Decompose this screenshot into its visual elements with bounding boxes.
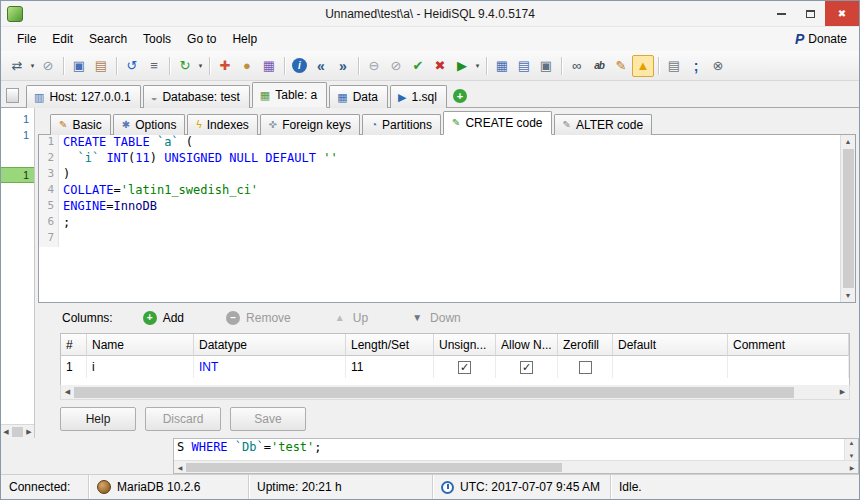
scroll-left-icon[interactable] <box>61 388 74 396</box>
menu-edit[interactable]: Edit <box>44 29 81 49</box>
highlight-button[interactable]: ▲ <box>632 55 654 77</box>
subtab-partitions[interactable]: ◔Partitions <box>362 114 441 135</box>
column-header-comment[interactable]: Comment <box>728 334 849 356</box>
tab-query[interactable]: ▶1.sql <box>390 85 447 108</box>
menu-search[interactable]: Search <box>81 29 135 49</box>
subtab-foreign-keys[interactable]: ✜Foreign keys <box>260 114 360 135</box>
exit-button[interactable]: ⊗ <box>707 55 729 77</box>
editor-vscrollbar[interactable] <box>840 135 855 302</box>
add-button[interactable]: +Add <box>143 311 184 325</box>
menu-file[interactable]: File <box>9 29 44 49</box>
menu-go-to[interactable]: Go to <box>179 29 224 49</box>
code-area[interactable]: 1CREATE TABLE `a` (2 `i` INT(11) UNSIGNE… <box>39 135 840 302</box>
subtab-create-code[interactable]: ✎CREATE code <box>443 111 552 135</box>
menu-tools[interactable]: Tools <box>135 29 179 49</box>
execute-dropdown[interactable]: ▾ <box>473 55 482 77</box>
scroll-up-icon[interactable] <box>849 440 855 446</box>
allow-null-checkbox[interactable] <box>520 361 533 374</box>
grid-hscrollbar[interactable] <box>60 385 850 400</box>
scroll-up-icon[interactable] <box>845 135 852 148</box>
tab-host[interactable]: ▥Host: 127.0.0.1 <box>26 85 141 108</box>
find-button[interactable]: ∞ <box>566 55 588 77</box>
scroll-right-icon[interactable] <box>836 388 849 396</box>
tree-item[interactable]: 1 <box>1 111 34 127</box>
zerofill-checkbox[interactable] <box>579 361 592 374</box>
column-header-name[interactable]: Name <box>87 334 194 356</box>
go-first-button[interactable]: « <box>310 55 332 77</box>
tree-item[interactable]: 1 <box>1 127 34 143</box>
minimize-button[interactable] <box>767 1 796 26</box>
tab-data[interactable]: ▦Data <box>329 85 388 108</box>
unsigned-checkbox[interactable] <box>458 361 471 374</box>
new-window-button[interactable]: ✚ <box>214 55 236 77</box>
info-button[interactable]: i <box>292 58 307 73</box>
macros-button[interactable]: ; <box>685 55 707 77</box>
collapse-panel-icon[interactable] <box>6 88 19 103</box>
save-button[interactable]: ▣ <box>535 55 557 77</box>
create-code-editor[interactable]: 1CREATE TABLE `a` (2 `i` INT(11) UNSIGNE… <box>38 135 856 303</box>
column-header-default[interactable]: Default <box>613 334 728 356</box>
tab-table[interactable]: ▦Table: a <box>252 82 327 108</box>
pause-button[interactable]: ⊖ <box>363 55 385 77</box>
menu-help[interactable]: Help <box>224 29 265 49</box>
session-manager-button[interactable]: ⇄ <box>6 55 28 77</box>
close-button[interactable]: ✖ <box>825 1 859 26</box>
cell-comment[interactable] <box>728 356 849 378</box>
maximize-button[interactable] <box>796 1 825 26</box>
rollback-button[interactable]: ✖ <box>429 55 451 77</box>
subtab-indexes[interactable]: ϟIndexes <box>187 114 257 135</box>
commit-button[interactable]: ✔ <box>407 55 429 77</box>
up-button[interactable]: ▲Up <box>333 311 368 325</box>
tab-database[interactable]: ◒Database: test <box>143 85 250 108</box>
scroll-thumb[interactable] <box>12 427 23 437</box>
down-button[interactable]: ▼Down <box>410 311 461 325</box>
cell-zerofill[interactable] <box>558 356 613 378</box>
export-grid-button[interactable]: ▤ <box>513 55 535 77</box>
subtab-alter-code[interactable]: ✎ALTER code <box>554 114 653 135</box>
save-button[interactable]: Save <box>230 407 306 431</box>
go-last-button[interactable]: » <box>332 55 354 77</box>
snippets-button[interactable]: ▤ <box>663 55 685 77</box>
cell-name[interactable]: i <box>87 356 194 378</box>
column-header-zerofill[interactable]: Zerofill <box>558 334 613 356</box>
replace-button[interactable]: ab <box>588 55 610 77</box>
cell-allow_null[interactable] <box>496 356 558 378</box>
undo-button[interactable]: ↺ <box>121 55 143 77</box>
help-button[interactable]: Help <box>60 407 136 431</box>
column-header-datatype[interactable]: Datatype <box>194 334 346 356</box>
subtab-options[interactable]: ✱Options <box>113 114 186 135</box>
copy-button[interactable]: ▣ <box>68 55 90 77</box>
new-query-tab-button[interactable] <box>453 89 467 103</box>
print-button[interactable]: ≡ <box>143 55 165 77</box>
execute-button[interactable]: ▶ <box>451 55 473 77</box>
edit-button[interactable]: ✎ <box>610 55 632 77</box>
paste-button[interactable]: ▤ <box>90 55 112 77</box>
scroll-left-icon[interactable] <box>1 428 11 436</box>
scroll-right-icon[interactable] <box>846 464 858 471</box>
cell-default_value[interactable] <box>613 356 728 378</box>
column-header-allow-n-[interactable]: Allow N... <box>496 334 558 356</box>
subtab-basic[interactable]: ✎Basic <box>50 114 111 135</box>
log-vscrollbar[interactable] <box>844 439 858 460</box>
column-header-unsign-[interactable]: Unsign... <box>434 334 496 356</box>
scroll-down-icon[interactable] <box>845 289 852 302</box>
tree-hscrollbar[interactable] <box>1 424 34 438</box>
session-manager-dropdown[interactable]: ▾ <box>28 55 37 77</box>
refresh-dropdown[interactable]: ▾ <box>196 55 205 77</box>
scroll-right-icon[interactable] <box>24 428 34 436</box>
scroll-left-icon[interactable] <box>174 464 186 471</box>
user-manager-button[interactable]: ● <box>236 55 258 77</box>
column-header-length-set[interactable]: Length/Set <box>346 334 434 356</box>
export-database-button[interactable]: ▦ <box>258 55 280 77</box>
data-grid-button[interactable]: ▦ <box>491 55 513 77</box>
cell-num[interactable]: 1 <box>61 356 87 378</box>
scroll-thumb[interactable] <box>843 149 854 288</box>
donate-button[interactable]: Donate <box>795 31 851 47</box>
cell-datatype[interactable]: INT <box>194 356 346 378</box>
discard-button[interactable]: Discard <box>145 407 221 431</box>
tree-item[interactable]: 1 <box>1 167 34 183</box>
table-row[interactable]: 1iINT11 <box>61 356 849 378</box>
scroll-thumb[interactable] <box>186 463 562 472</box>
cell-length[interactable]: 11 <box>346 356 434 378</box>
disconnect-button[interactable]: ⊘ <box>37 55 59 77</box>
